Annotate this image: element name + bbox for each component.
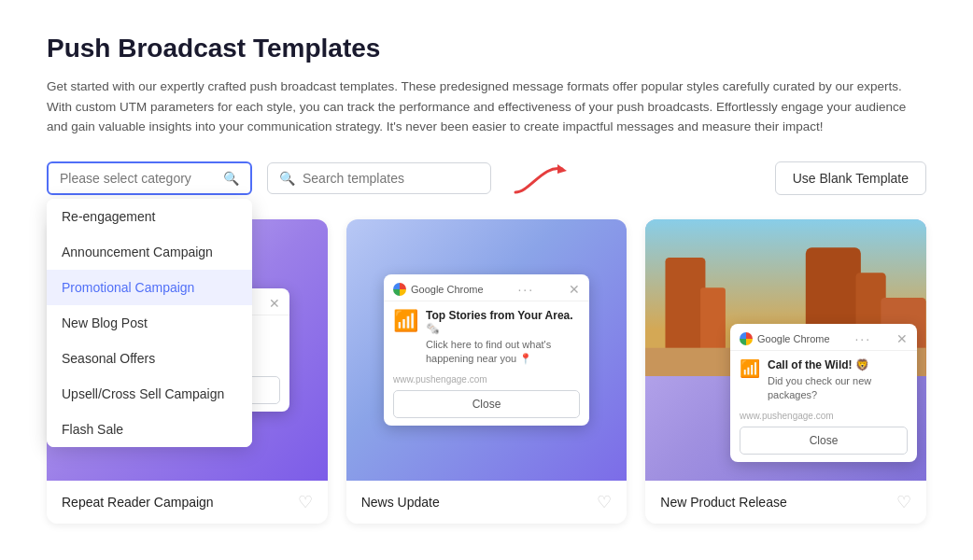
page-wrapper: Push Broadcast Templates Get started wit… [0,0,973,560]
notif-body-2: 📶 Top Stories from Your Area. 🗞️ Click h… [384,301,589,374]
notif-desc-3: Did you check our new packages? [768,374,908,403]
toolbar: 🔍 Re-engagement Announcement Campaign Pr… [47,160,926,197]
search-input[interactable] [303,171,479,186]
heart-icon-1[interactable]: ♡ [298,492,313,512]
notif-url-2: www.pushengage.com [384,374,589,390]
wifi-icon-3: 📶 [740,358,760,379]
notif-close-x-1[interactable]: ✕ [269,296,280,311]
notif-dots-3: ··· [854,331,871,346]
category-dropdown: Re-engagement Announcement Campaign Prom… [47,199,252,447]
notif-header-2: Google Chrome ··· ✕ [384,274,589,301]
search-icon: 🔍 [279,171,295,186]
blank-template-button[interactable]: Use Blank Template [775,161,926,195]
chrome-icon-2 [393,283,406,296]
category-search-icon: 🔍 [223,171,239,186]
chrome-icon-3 [740,332,753,345]
card-footer-2: News Update ♡ [346,481,628,524]
card-preview-3: 🚐 Google Chrome ··· ✕ [645,219,926,481]
card-name-3: New Product Release [660,495,786,510]
notif-body-3: 📶 Call of the Wild! 🦁 Did you check our … [730,351,917,411]
svg-marker-0 [557,164,567,174]
card-new-product: 🚐 Google Chrome ··· ✕ [645,219,926,524]
card-footer-3: New Product Release ♡ [645,481,926,524]
card-preview-2: Google Chrome ··· ✕ 📶 Top Stories from Y… [346,219,628,481]
notif-mock-2: Google Chrome ··· ✕ 📶 Top Stories from Y… [384,274,589,426]
category-select[interactable]: 🔍 [47,161,252,195]
card-footer-1: Repeat Reader Campaign ♡ [47,481,328,524]
search-wrapper: 🔍 [267,162,491,194]
arrow-indicator [506,160,571,197]
dropdown-item-flash[interactable]: Flash Sale [47,412,252,447]
notif-mock-3: Google Chrome ··· ✕ 📶 Call of the Wild! … [730,324,917,462]
notif-desc-2: Click here to find out what's happening … [426,338,580,367]
notif-close-btn-2[interactable]: Close [393,390,580,418]
notif-browser-2: Google Chrome [393,283,484,296]
notif-browser-3: Google Chrome [740,332,830,345]
dropdown-item-blog[interactable]: New Blog Post [47,305,252,341]
notif-title-3: Call of the Wild! 🦁 [768,358,908,371]
dropdown-item-reengagement[interactable]: Re-engagement [47,199,252,234]
category-select-wrapper: 🔍 Re-engagement Announcement Campaign Pr… [47,161,252,195]
notif-close-x-2[interactable]: ✕ [569,282,580,297]
dropdown-item-upsell[interactable]: Upsell/Cross Sell Campaign [47,376,252,412]
notif-close-x-3[interactable]: ✕ [896,331,908,346]
heart-icon-2[interactable]: ♡ [597,492,612,512]
notif-title-2: Top Stories from Your Area. 🗞️ [426,309,580,335]
page-title: Push Broadcast Templates [47,34,926,63]
notif-header-3: Google Chrome ··· ✕ [730,324,917,351]
card-name-1: Repeat Reader Campaign [62,495,214,510]
dropdown-item-promotional[interactable]: Promotional Campaign [47,270,252,305]
heart-icon-3[interactable]: ♡ [896,492,911,512]
notif-close-btn-3[interactable]: Close [740,427,908,455]
notif-dots-2: ··· [517,282,534,297]
card-name-2: News Update [361,495,440,510]
notif-url-3: www.pushengage.com [730,411,917,427]
category-input[interactable] [60,171,218,186]
card-news-update: Google Chrome ··· ✕ 📶 Top Stories from Y… [346,219,628,524]
dropdown-item-announcement[interactable]: Announcement Campaign [47,234,252,270]
page-description: Get started with our expertly crafted pu… [47,77,926,137]
dropdown-item-seasonal[interactable]: Seasonal Offers [47,341,252,376]
notif-small-3: Google Chrome ··· ✕ 📶 Call of the Wild! … [730,324,917,462]
wifi-icon-2: 📶 [393,309,418,333]
notif-text-3: Call of the Wild! 🦁 Did you check our ne… [768,358,908,403]
notif-text-2: Top Stories from Your Area. 🗞️ Click her… [426,309,580,367]
